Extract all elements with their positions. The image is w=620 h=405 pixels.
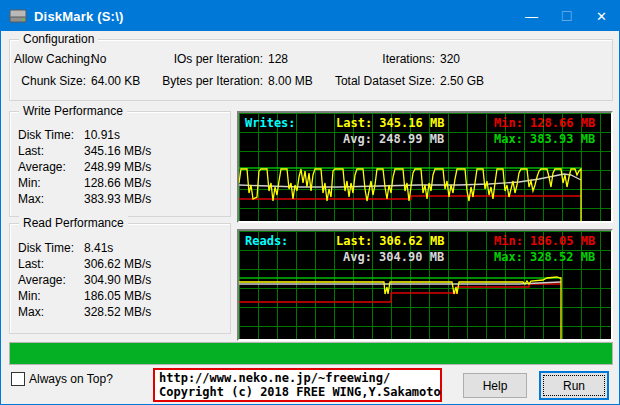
read-min-row: Min:186.05 MB/s — [18, 289, 151, 303]
configuration-legend: Configuration — [19, 32, 98, 46]
row-value: 10.91s — [84, 128, 120, 142]
row-label: Last: — [18, 144, 80, 158]
help-button[interactable]: Help — [463, 373, 527, 398]
write-graph: Writes: Last: 345.16 MB Min: 128.66 MB A… — [237, 111, 613, 223]
config-ios-per-iteration: IOs per Iteration:128 — [133, 52, 288, 66]
write-last-row: Last:345.16 MB/s — [18, 144, 151, 158]
write-graph-title: Writes: — [245, 116, 296, 130]
caption-buttons: — ☐ ✕ — [514, 1, 619, 31]
read-performance-group: Read Performance Disk Time:8.41s Last:30… — [9, 223, 231, 334]
row-label: Average: — [18, 273, 80, 287]
read-max-row: Max:328.52 MB/s — [18, 305, 151, 319]
row-value: 345.16 MB/s — [84, 144, 151, 158]
config-value: No — [91, 52, 106, 66]
row-label: Average: — [18, 160, 80, 174]
titlebar: DiskMark (S:\) — ☐ ✕ — [1, 1, 619, 31]
write-performance-group: Write Performance Disk Time:10.91s Last:… — [9, 111, 231, 217]
configuration-group: Configuration Allow Caching:No Chunk Siz… — [9, 39, 613, 101]
write-graph-min: Min: 128.66 MB — [494, 116, 595, 130]
read-graph-last: Last: 306.62 MB — [336, 234, 444, 248]
row-value: 186.05 MB/s — [84, 289, 151, 303]
config-iterations: Iterations:320 — [305, 52, 460, 66]
row-value: 304.90 MB/s — [84, 273, 151, 287]
row-value: 128.66 MB/s — [84, 176, 151, 190]
config-value: 128 — [268, 52, 288, 66]
close-button[interactable]: ✕ — [584, 1, 619, 31]
url-line: http://www.neko.ne.jp/~freewing/ — [159, 371, 390, 385]
always-on-top-checkbox[interactable]: Always on Top? — [11, 372, 113, 386]
copyright-line: Copyright (c) 2018 FREE WING,Y.Sakamoto — [159, 385, 441, 399]
config-allow-caching: Allow Caching:No — [14, 52, 106, 66]
config-total-dataset-size: Total Dataset Size:2.50 GB — [305, 74, 484, 88]
row-value: 248.99 MB/s — [84, 160, 151, 174]
write-graph-last: Last: 345.16 MB — [336, 116, 444, 130]
read-graph-max: Max: 328.52 MB — [494, 250, 595, 264]
config-label: Allow Caching: — [14, 52, 86, 66]
write-disk-time-row: Disk Time:10.91s — [18, 128, 120, 142]
row-label: Min: — [18, 176, 80, 190]
checkbox-box[interactable] — [11, 372, 25, 386]
config-label: Total Dataset Size: — [305, 74, 435, 88]
read-graph-title: Reads: — [245, 234, 288, 248]
row-label: Min: — [18, 289, 80, 303]
minimize-button[interactable]: — — [514, 1, 549, 31]
row-label: Max: — [18, 192, 80, 206]
disk-drive-icon — [9, 7, 27, 25]
row-label: Disk Time: — [18, 241, 80, 255]
config-value: 320 — [440, 52, 460, 66]
write-min-row: Min:128.66 MB/s — [18, 176, 151, 190]
read-performance-legend: Read Performance — [19, 216, 128, 230]
always-on-top-label: Always on Top? — [29, 372, 113, 386]
read-graph: Reads: Last: 306.62 MB Min: 186.05 MB Av… — [237, 229, 613, 341]
progress-bar-fill — [10, 343, 612, 364]
read-last-row: Last:306.62 MB/s — [18, 257, 151, 271]
write-graph-max: Max: 383.93 MB — [494, 132, 595, 146]
config-bytes-per-iteration: Bytes per Iteration:8.00 MB — [133, 74, 313, 88]
config-label: Iterations: — [305, 52, 435, 66]
row-value: 383.93 MB/s — [84, 192, 151, 206]
write-average-row: Average:248.99 MB/s — [18, 160, 151, 174]
read-graph-avg: Avg: 304.90 MB — [343, 250, 444, 264]
row-value: 8.41s — [84, 241, 113, 255]
row-label: Max: — [18, 305, 80, 319]
window-title: DiskMark (S:\) — [34, 9, 124, 24]
write-max-row: Max:383.93 MB/s — [18, 192, 151, 206]
read-average-row: Average:304.90 MB/s — [18, 273, 151, 287]
row-label: Last: — [18, 257, 80, 271]
maximize-button[interactable]: ☐ — [549, 1, 584, 31]
author-url-banner[interactable]: http://www.neko.ne.jp/~freewing/ Copyrig… — [153, 368, 442, 402]
progress-bar — [9, 342, 613, 365]
config-label: IOs per Iteration: — [133, 52, 263, 66]
write-graph-avg: Avg: 248.99 MB — [343, 132, 444, 146]
row-label: Disk Time: — [18, 128, 80, 142]
read-disk-time-row: Disk Time:8.41s — [18, 241, 113, 255]
write-performance-legend: Write Performance — [19, 104, 127, 118]
config-label: Chunk Size: — [14, 74, 86, 88]
run-button[interactable]: Run — [539, 371, 609, 400]
read-graph-min: Min: 186.05 MB — [494, 234, 595, 248]
diskmark-window: DiskMark (S:\) — ☐ ✕ Configuration Allow… — [0, 0, 620, 405]
config-label: Bytes per Iteration: — [133, 74, 263, 88]
config-value: 2.50 GB — [440, 74, 484, 88]
config-chunk-size: Chunk Size:64.00 KB — [14, 74, 140, 88]
row-value: 328.52 MB/s — [84, 305, 151, 319]
row-value: 306.62 MB/s — [84, 257, 151, 271]
